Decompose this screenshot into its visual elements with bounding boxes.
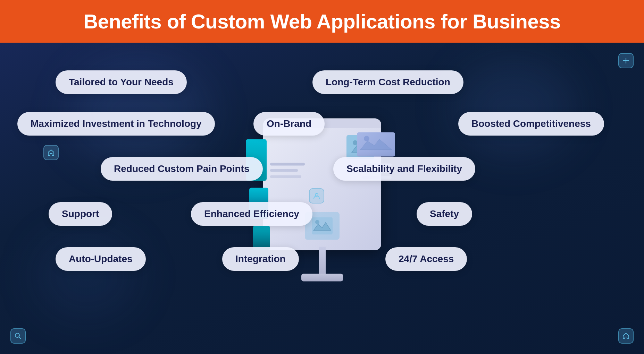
svg-point-7 xyxy=(15,333,19,337)
screen-line-3 xyxy=(270,175,301,178)
glow-3 xyxy=(35,233,139,319)
monitor-base xyxy=(301,274,343,282)
benefit-integration: Integration xyxy=(222,247,299,271)
benefit-safety: Safety xyxy=(417,202,472,226)
teal-panel-3 xyxy=(253,226,270,250)
page-title: Benefits of Custom Web Applications for … xyxy=(14,10,630,33)
benefit-longterm: Long-Term Cost Reduction xyxy=(312,70,463,94)
benefit-support: Support xyxy=(49,202,112,226)
plus-icon-corner[interactable] xyxy=(618,53,634,68)
search-icon-corner[interactable] xyxy=(10,328,26,344)
user-icon-center xyxy=(309,188,324,204)
home-icon-left xyxy=(43,145,59,160)
benefit-autoupdates: Auto-Updates xyxy=(56,247,146,271)
header: Benefits of Custom Web Applications for … xyxy=(0,0,644,43)
screen-line-2 xyxy=(270,169,298,172)
benefit-enhanced: Enhanced Efficiency xyxy=(191,202,312,226)
benefit-reduced: Reduced Custom Pain Points xyxy=(101,157,263,181)
svg-line-8 xyxy=(19,337,21,339)
monitor-stand xyxy=(319,247,326,275)
content-area: Tailored to Your Needs Long-Term Cost Re… xyxy=(0,43,644,354)
svg-rect-2 xyxy=(312,217,333,235)
benefit-maximized: Maximized Investment in Technology xyxy=(17,112,215,136)
benefit-247access: 24/7 Access xyxy=(385,247,467,271)
page-wrapper: Benefits of Custom Web Applications for … xyxy=(0,0,644,354)
screen-line-1 xyxy=(270,163,305,166)
right-panel-1 xyxy=(357,132,395,157)
benefit-scalability: Scalability and Flexibility xyxy=(333,157,475,181)
benefit-onbrand: On-Brand xyxy=(253,112,325,136)
benefit-boosted: Boosted Competitiveness xyxy=(458,112,604,136)
svg-point-3 xyxy=(315,220,319,224)
svg-point-5 xyxy=(364,136,369,141)
glow-2 xyxy=(453,60,575,157)
benefit-tailored: Tailored to Your Needs xyxy=(56,70,187,94)
home-icon-corner[interactable] xyxy=(618,328,634,344)
